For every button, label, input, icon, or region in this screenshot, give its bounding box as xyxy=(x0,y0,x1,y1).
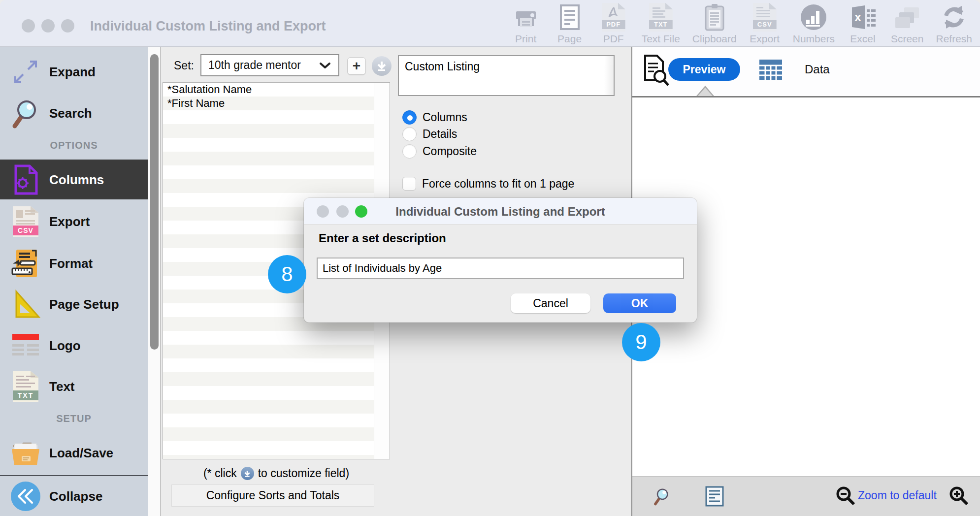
sidebar-options-header: OPTIONS xyxy=(0,140,148,151)
toolbar-button-page[interactable]: Page xyxy=(554,2,586,45)
toolbar-label: Excel xyxy=(850,33,875,45)
sidebar-item-expand[interactable]: Expand xyxy=(0,52,148,92)
radio-row-composite[interactable]: Composite xyxy=(402,144,477,159)
force-columns-checkbox-row[interactable]: Force columns to fit on 1 page xyxy=(402,176,574,191)
dialog-title: Individual Custom Listing and Export xyxy=(304,205,697,219)
force-columns-checkbox[interactable] xyxy=(402,177,416,191)
toolbar-button-screen[interactable]: Screen xyxy=(891,2,924,45)
csv-file-icon: CSV xyxy=(753,2,777,32)
sidebar-item-label: Load/Save xyxy=(49,446,113,461)
customize-field-button-disabled[interactable] xyxy=(372,56,392,76)
radio-row-details[interactable]: Details xyxy=(402,127,457,141)
window-titlebar: Individual Custom Listing and Export Pri… xyxy=(0,0,980,47)
numbers-chart-icon xyxy=(799,2,828,32)
sidebar: Expand Search OPTIONS xyxy=(0,47,148,516)
download-arrow-icon xyxy=(376,60,388,72)
export-csv-badge: CSV xyxy=(13,226,38,235)
window-zoom-button[interactable] xyxy=(61,19,74,32)
text-txt-badge: TXT xyxy=(13,390,38,400)
radio-label: Details xyxy=(423,128,457,141)
toolbar-label: Export xyxy=(750,33,780,45)
radio-details[interactable] xyxy=(402,127,417,141)
sidebar-setup-header: SETUP xyxy=(0,413,148,424)
toolbar-button-pdf[interactable]: PDF PDF xyxy=(598,2,629,45)
screen-windows-icon xyxy=(892,2,922,32)
sidebar-item-page-setup[interactable]: Page Setup xyxy=(0,285,148,324)
preview-bottombar: Zoom to default xyxy=(632,476,980,516)
listing-title-text: Custom Listing xyxy=(405,60,480,73)
window-minimize-button[interactable] xyxy=(41,19,55,32)
toolbar-button-text-file[interactable]: TXT Text File xyxy=(642,2,680,45)
tab-preview[interactable]: Preview xyxy=(668,58,740,81)
toolbar-button-excel[interactable]: x Excel xyxy=(847,2,879,45)
set-description-dialog: Individual Custom Listing and Export Ent… xyxy=(304,198,697,322)
toolbar-button-refresh[interactable]: Refresh xyxy=(936,2,972,45)
toolbar-button-export[interactable]: CSV Export xyxy=(749,2,781,45)
configure-sorts-totals-button[interactable]: Configure Sorts and Totals xyxy=(171,484,374,507)
logo-icon xyxy=(10,330,41,361)
radio-columns[interactable] xyxy=(402,110,417,125)
customize-field-footnote: (* click to customize field) xyxy=(163,467,390,480)
listing-box-scrollbar[interactable] xyxy=(604,56,614,95)
folder-icon xyxy=(10,437,41,469)
columns-icon xyxy=(10,164,41,195)
toolbar-label: Screen xyxy=(891,33,924,45)
sidebar-item-columns[interactable]: Columns xyxy=(0,160,148,199)
listing-title-box[interactable]: Custom Listing xyxy=(398,55,615,96)
zoom-out-icon[interactable] xyxy=(835,485,856,506)
radio-row-columns[interactable]: Columns xyxy=(402,110,467,125)
magnifier-icon[interactable] xyxy=(653,486,671,506)
zoom-in-icon[interactable] xyxy=(948,485,969,506)
toolbar-label: PDF xyxy=(603,33,624,45)
sidebar-item-label: Expand xyxy=(49,64,96,80)
tab-data[interactable]: Data xyxy=(805,63,830,76)
pdf-badge: PDF xyxy=(602,20,625,29)
data-table-icon xyxy=(758,58,783,82)
dialog-heading: Enter a set description xyxy=(319,231,446,245)
preview-doc-magnifier-icon xyxy=(641,54,670,88)
ok-button[interactable]: OK xyxy=(603,293,676,313)
radio-label: Columns xyxy=(423,111,467,124)
sidebar-scrollbar[interactable] xyxy=(148,47,161,516)
sidebar-item-search[interactable]: Search xyxy=(0,94,148,133)
sidebar-item-label: Logo xyxy=(49,338,81,354)
step-badge-8: 8 xyxy=(268,255,306,293)
toolbar-label: Text File xyxy=(642,33,680,45)
sidebar-item-label: Text xyxy=(49,379,75,394)
page-icon xyxy=(556,2,584,32)
sidebar-item-text[interactable]: TXT Text xyxy=(0,367,148,406)
sidebar-item-format[interactable]: Format xyxy=(0,244,148,283)
sidebar-item-export[interactable]: CSV Export xyxy=(0,202,148,241)
toolbar-label: Page xyxy=(557,33,582,45)
report-list-icon[interactable] xyxy=(704,485,725,507)
refresh-icon xyxy=(939,2,969,32)
toolbar-button-print[interactable]: Print xyxy=(510,2,542,45)
chevron-down-icon xyxy=(319,61,331,70)
page-setup-icon xyxy=(10,289,41,320)
cancel-button[interactable]: Cancel xyxy=(511,293,590,313)
set-dropdown-value: 10th grade mentor xyxy=(208,59,301,72)
pdf-file-icon: PDF xyxy=(602,2,625,32)
zoom-to-default-link[interactable]: Zoom to default xyxy=(858,489,937,502)
sidebar-item-label: Search xyxy=(49,106,92,121)
footnote-suffix: to customize field) xyxy=(258,467,349,480)
toolbar-button-clipboard[interactable]: Clipboard xyxy=(692,2,737,45)
sidebar-item-logo[interactable]: Logo xyxy=(0,326,148,365)
set-label: Set: xyxy=(174,59,194,72)
radio-composite[interactable] xyxy=(402,144,417,159)
set-description-input[interactable] xyxy=(317,258,684,279)
sidebar-item-load-save[interactable]: Load/Save xyxy=(0,433,148,473)
sidebar-item-label: Page Setup xyxy=(49,297,119,312)
sidebar-scrollbar-thumb[interactable] xyxy=(150,54,159,350)
add-set-button[interactable]: + xyxy=(347,57,366,75)
sidebar-item-collapse[interactable]: Collapse xyxy=(0,476,148,516)
excel-icon: x xyxy=(848,2,878,32)
window-close-button[interactable] xyxy=(22,19,35,32)
radio-label: Composite xyxy=(423,145,477,158)
window-title: Individual Custom Listing and Export xyxy=(90,19,326,34)
set-dropdown[interactable]: 10th grade mentor xyxy=(200,54,339,76)
field-list-item[interactable]: *First Name xyxy=(163,97,390,110)
clipboard-icon xyxy=(701,2,728,32)
field-list-item[interactable]: *Salutation Name xyxy=(163,83,390,97)
toolbar-button-numbers[interactable]: Numbers xyxy=(793,2,835,45)
